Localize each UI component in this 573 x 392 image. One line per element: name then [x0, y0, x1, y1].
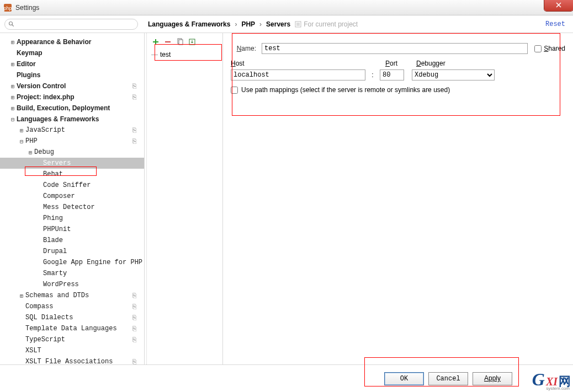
server-toolbar	[147, 36, 222, 50]
path-mappings-checkbox[interactable]	[231, 87, 238, 94]
name-input[interactable]	[262, 43, 528, 54]
copy-icon[interactable]	[176, 37, 184, 46]
host-input[interactable]	[231, 69, 365, 80]
tree-sql[interactable]: SQL Dialects⎘	[0, 312, 144, 323]
project-scope-icon: ⎘	[132, 93, 136, 101]
project-icon	[295, 21, 301, 28]
chevron-right-icon: ›	[259, 20, 262, 28]
tree-xsltfa[interactable]: XSLT File Associations⎘	[0, 356, 144, 364]
svg-line-3	[12, 24, 14, 26]
servers-list-pane: — test	[147, 33, 223, 364]
shared-checkbox-wrap[interactable]: Shared	[534, 45, 565, 52]
host-label: Host	[231, 60, 369, 67]
breadcrumb: Languages & Frameworks › PHP › Servers F…	[142, 20, 545, 28]
close-button[interactable]	[544, 0, 573, 11]
colon-sep: :	[369, 71, 376, 79]
tree-lang[interactable]: ⊟Languages & Frameworks	[0, 114, 144, 125]
breadcrumb-lang[interactable]: Languages & Frameworks	[148, 20, 230, 28]
svg-rect-7	[179, 40, 183, 45]
main: ⊞Appearance & Behavior Keymap ⊞Editor Pl…	[0, 33, 573, 364]
project-scope-icon: ⎘	[132, 325, 136, 332]
tree-plugins[interactable]: Plugins	[0, 69, 144, 80]
project-scope-icon: ⎘	[132, 314, 136, 321]
window-title: Settings	[15, 4, 39, 12]
project-scope-icon: ⎘	[132, 358, 136, 364]
tree-project[interactable]: ⊞Project: index.php⎘	[0, 92, 144, 103]
tree-debug[interactable]: ⊞Debug	[0, 147, 144, 158]
tree-behat[interactable]: Behat	[0, 169, 144, 180]
reset-link[interactable]: Reset	[545, 20, 573, 28]
chevron-right-icon: ›	[235, 20, 237, 28]
add-icon[interactable]	[151, 37, 160, 46]
titlebar: php Settings	[0, 0, 573, 15]
tree-phing[interactable]: Phing	[0, 213, 144, 224]
project-scope-icon: ⎘	[132, 126, 136, 134]
search-icon	[8, 21, 15, 28]
tree-keymap[interactable]: Keymap	[0, 47, 144, 58]
tree-sniffer[interactable]: Code Sniffer	[0, 180, 144, 191]
tree-composer[interactable]: Composer	[0, 191, 144, 202]
tree-ts[interactable]: TypeScript⎘	[0, 334, 144, 345]
tree-wordpress[interactable]: WordPress	[0, 279, 144, 290]
svg-rect-5	[296, 23, 300, 26]
right-pane: — test Name: Shared Host Port Debugger	[147, 33, 573, 364]
tree-js[interactable]: ⊞JavaScript⎘	[0, 125, 144, 136]
search-input[interactable]	[4, 19, 138, 30]
tree-vcs[interactable]: ⊞Version Control⎘	[0, 80, 144, 92]
apply-button[interactable]: Apply	[473, 372, 512, 385]
svg-text:php: php	[3, 6, 12, 11]
tree-gae[interactable]: Google App Engine for PHP	[0, 257, 144, 268]
project-note: For current project	[295, 20, 358, 28]
breadcrumb-servers: Servers	[266, 20, 290, 28]
tree-xslt[interactable]: XSLT	[0, 345, 144, 356]
debugger-label: Debugger	[416, 60, 445, 67]
toolbar-row: Languages & Frameworks › PHP › Servers F…	[0, 15, 573, 33]
settings-tree[interactable]: ⊞Appearance & Behavior Keymap ⊞Editor Pl…	[0, 33, 145, 364]
breadcrumb-php[interactable]: PHP	[241, 20, 255, 28]
form-pane: Name: Shared Host Port Debugger : Xdebug	[223, 33, 573, 364]
tree-php[interactable]: ⊟PHP⎘	[0, 136, 144, 147]
app-icon: php	[3, 3, 12, 12]
tree-blade[interactable]: Blade	[0, 235, 144, 246]
project-scope-icon: ⎘	[132, 137, 136, 145]
tree-servers[interactable]: Servers	[0, 158, 144, 169]
import-icon[interactable]	[188, 37, 197, 46]
tree-mess[interactable]: Mess Detector	[0, 202, 144, 213]
project-scope-icon: ⎘	[132, 303, 136, 310]
footer: OK Cancel Apply	[0, 364, 573, 392]
server-item-label: test	[160, 51, 171, 58]
tree-appearance[interactable]: ⊞Appearance & Behavior	[0, 36, 144, 47]
port-label: Port	[385, 60, 416, 67]
project-scope-icon: ⎘	[132, 292, 136, 299]
project-scope-icon: ⎘	[132, 82, 136, 90]
watermark: G XI 网 system.com	[532, 369, 571, 390]
tree-drupal[interactable]: Drupal	[0, 246, 144, 257]
tree-smarty[interactable]: Smarty	[0, 268, 144, 279]
tree-editor[interactable]: ⊞Editor	[0, 58, 144, 69]
tree-schemas[interactable]: ⊞Schemas and DTDs⎘	[0, 290, 144, 301]
name-label: Name:	[231, 45, 256, 52]
tree-phpunit[interactable]: PHPUnit	[0, 224, 144, 235]
tree-compass[interactable]: Compass⎘	[0, 301, 144, 312]
server-item-test[interactable]: — test	[147, 50, 222, 60]
cancel-button[interactable]: Cancel	[428, 372, 468, 385]
tree-template[interactable]: Template Data Languages⎘	[0, 323, 144, 334]
tree-build[interactable]: ⊞Build, Execution, Deployment	[0, 103, 144, 114]
project-scope-icon: ⎘	[132, 336, 136, 343]
remove-icon[interactable]	[163, 37, 172, 46]
search-wrap	[0, 17, 142, 32]
svg-point-2	[9, 22, 13, 25]
ok-button[interactable]: OK	[384, 372, 424, 385]
server-bullet: —	[151, 51, 158, 58]
port-input[interactable]	[380, 69, 404, 80]
debugger-select[interactable]: Xdebug	[412, 69, 495, 80]
shared-checkbox[interactable]	[534, 45, 542, 52]
path-mappings-label: Use path mappings (select if the server …	[241, 86, 450, 94]
